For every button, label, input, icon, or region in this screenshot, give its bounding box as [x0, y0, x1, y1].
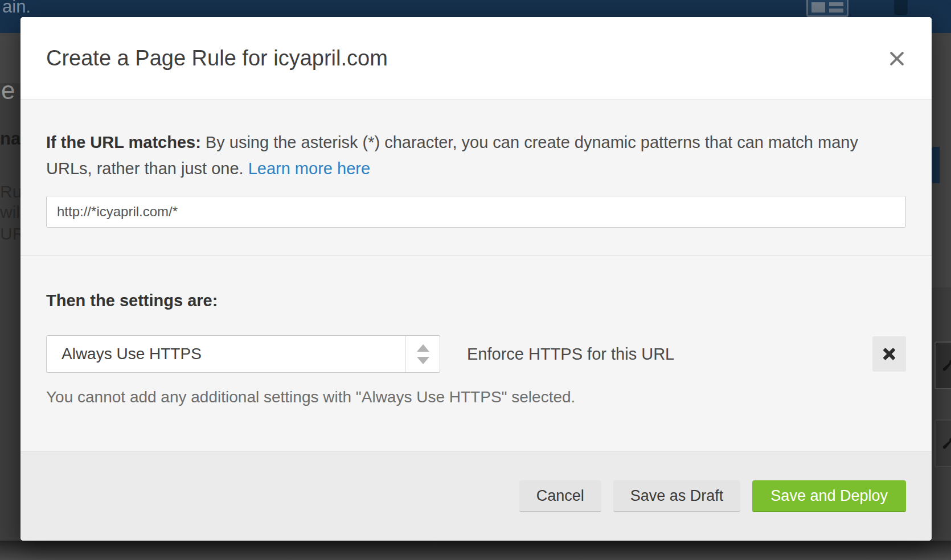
- cancel-button[interactable]: Cancel: [519, 480, 601, 512]
- url-pattern-input[interactable]: [46, 196, 906, 228]
- setting-note: You cannot add any additional settings w…: [46, 388, 906, 406]
- background-blue-button-fragment: [932, 147, 940, 183]
- page-text-fragment: nav: [0, 129, 21, 149]
- dimmed-page-left-strip: e nav Ru will UR: [0, 33, 21, 560]
- setting-row: Always Use HTTPS Enforce HTTPS for this …: [46, 335, 906, 373]
- chevron-down-icon: [417, 357, 429, 364]
- url-match-description: If the URL matches: By using the asteris…: [46, 129, 886, 182]
- learn-more-link[interactable]: Learn more here: [248, 159, 370, 178]
- remove-setting-button[interactable]: [872, 336, 906, 372]
- modal-body: If the URL matches: By using the asteris…: [21, 100, 932, 451]
- wrench-icon: [939, 357, 951, 374]
- page-text-fragment: Ru: [0, 182, 21, 201]
- wrench-icon: [939, 435, 951, 452]
- page-text-fragment: e: [1, 76, 15, 105]
- settings-heading: Then the settings are:: [46, 291, 906, 310]
- setting-select[interactable]: Always Use HTTPS: [46, 335, 440, 373]
- page-text-fragment: UR: [0, 224, 21, 244]
- modal-drop-shadow-area: [0, 541, 951, 560]
- save-and-deploy-button[interactable]: Save and Deploy: [752, 480, 906, 512]
- navbar-text-fragment: ain.: [2, 0, 31, 17]
- navbar-pill-icon: [894, 0, 908, 15]
- close-icon[interactable]: [885, 47, 909, 71]
- select-stepper[interactable]: [405, 336, 440, 372]
- page-text-fragment: will: [0, 203, 21, 222]
- modal-title: Create a Page Rule for icyapril.com: [46, 46, 388, 71]
- create-page-rule-modal: Create a Page Rule for icyapril.com If t…: [21, 17, 932, 541]
- dimmed-page-right-strip: [932, 33, 951, 560]
- background-wrench-button: [934, 341, 951, 389]
- modal-header: Create a Page Rule for icyapril.com: [21, 17, 932, 100]
- setting-description: Enforce HTTPS for this URL: [467, 345, 674, 364]
- setting-select-value: Always Use HTTPS: [47, 336, 405, 372]
- url-match-label: If the URL matches:: [46, 133, 201, 151]
- section-divider: [21, 255, 932, 256]
- layout-cards-icon: [806, 0, 848, 17]
- chevron-up-icon: [417, 344, 429, 352]
- background-wrench-button: [934, 419, 951, 467]
- modal-footer: Cancel Save as Draft Save and Deploy: [21, 451, 932, 541]
- save-as-draft-button[interactable]: Save as Draft: [613, 480, 741, 512]
